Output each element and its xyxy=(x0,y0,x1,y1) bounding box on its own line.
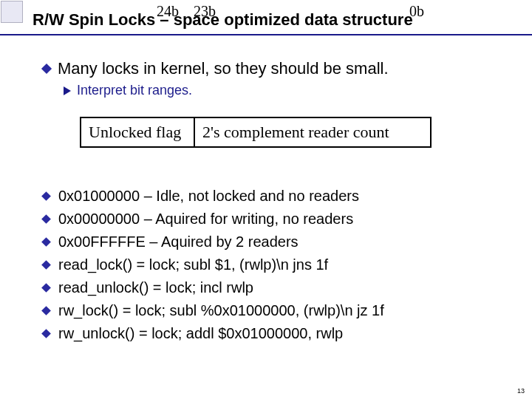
list-item: 0x00000000 – Aquired for writing, no rea… xyxy=(43,208,384,231)
value-list: 0x01000000 – Idle, not locked and no rea… xyxy=(43,185,384,345)
main-bullet-row: Many locks in kernel, so they should be … xyxy=(43,59,502,78)
sub-bullet-text: Interpret bit ranges. xyxy=(77,83,192,98)
bitbox-left: Unlocked flag xyxy=(81,118,195,146)
bit-label-23: 23b xyxy=(194,3,216,20)
bit-label-0: 0b xyxy=(409,3,424,20)
bit-labels: 24b 23b 0b xyxy=(0,3,532,22)
page-number: 13 xyxy=(517,387,525,395)
list-item-text: read_lock() = lock; subl $1, (rwlp)\n jn… xyxy=(58,253,328,276)
diamond-icon xyxy=(41,260,51,270)
list-item-text: 0x00000000 – Aquired for writing, no rea… xyxy=(58,208,353,231)
list-item-text: read_unlock() = lock; incl rwlp xyxy=(58,276,253,299)
list-item: read_unlock() = lock; incl rwlp xyxy=(43,276,384,299)
list-item-text: 0x01000000 – Idle, not locked and no rea… xyxy=(58,185,359,208)
bit-label-24: 24b xyxy=(157,3,179,20)
diamond-icon xyxy=(41,214,51,224)
list-item-text: rw_lock() = lock; subl %0x01000000, (rwl… xyxy=(58,299,384,322)
diamond-icon xyxy=(41,283,51,293)
list-item: 0x00FFFFFE – Aquired by 2 readers xyxy=(43,231,384,253)
list-item: read_lock() = lock; subl $1, (rwlp)\n jn… xyxy=(43,253,384,276)
diamond-icon xyxy=(41,329,51,338)
triangle-icon xyxy=(64,86,71,95)
list-item: rw_lock() = lock; subl %0x01000000, (rwl… xyxy=(43,299,384,322)
list-item-text: rw_unlock() = lock; addl $0x01000000, rw… xyxy=(58,322,343,345)
main-bullet-text: Many locks in kernel, so they should be … xyxy=(58,59,389,78)
bitbox-right: 2's complement reader count xyxy=(195,118,430,146)
list-item: rw_unlock() = lock; addl $0x01000000, rw… xyxy=(43,322,384,345)
diamond-icon xyxy=(41,237,51,247)
bit-layout-box: Unlocked flag 2's complement reader coun… xyxy=(80,117,432,148)
diamond-icon xyxy=(41,191,51,201)
diamond-icon xyxy=(41,306,51,316)
diamond-icon xyxy=(41,64,52,74)
sub-bullet-row: Interpret bit ranges. xyxy=(64,83,502,98)
list-item-text: 0x00FFFFFE – Aquired by 2 readers xyxy=(58,231,299,253)
list-item: 0x01000000 – Idle, not locked and no rea… xyxy=(43,185,384,208)
title-underline xyxy=(0,34,532,35)
